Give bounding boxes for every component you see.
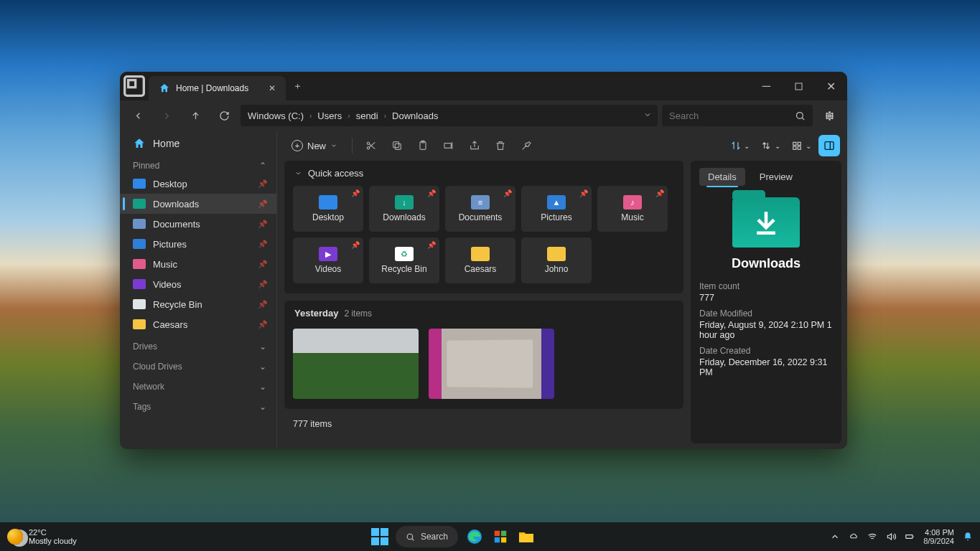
file-thumbnail[interactable]	[293, 329, 419, 399]
svg-rect-1	[129, 80, 136, 88]
battery-icon[interactable]	[905, 532, 915, 542]
share-button[interactable]	[463, 135, 486, 156]
layout-button[interactable]: ⌄	[788, 135, 816, 156]
delete-button[interactable]	[489, 135, 512, 156]
chevron-up-icon[interactable]	[830, 532, 840, 542]
rename-button[interactable]	[437, 135, 460, 156]
maximize-button[interactable]	[783, 72, 815, 100]
quick-access-recycle-bin[interactable]: 📌♻Recycle Bin	[369, 237, 439, 283]
toolbar: + New ⌄ ⌄ ⌄	[277, 131, 847, 161]
sidebar-home[interactable]: Home	[120, 133, 276, 154]
paste-button[interactable]	[411, 135, 434, 156]
new-tab-button[interactable]: ＋	[286, 80, 309, 93]
share-icon	[469, 140, 480, 151]
system-tray[interactable]: 4:08 PM8/9/2024	[823, 528, 980, 545]
start-button[interactable]	[371, 528, 388, 545]
nav-back-button[interactable]	[126, 105, 150, 126]
group-button[interactable]: ⌄	[757, 135, 785, 156]
notifications-icon[interactable]	[963, 532, 973, 542]
nav-up-button[interactable]	[183, 105, 207, 126]
edge-app-icon[interactable]	[465, 527, 484, 546]
copilot-app-icon[interactable]	[491, 527, 510, 546]
tab-active[interactable]: Home | Downloads ✕	[149, 76, 286, 100]
explorer-app-icon[interactable]	[517, 527, 536, 546]
wifi-icon[interactable]	[867, 532, 877, 542]
folder-icon	[133, 319, 146, 329]
quick-access-johno[interactable]: Johno	[521, 237, 592, 283]
volume-icon[interactable]	[886, 532, 896, 542]
sidebar-item-music[interactable]: Music📌	[120, 254, 276, 274]
minimize-button[interactable]: ─	[750, 72, 783, 100]
sidebar-section-tags[interactable]: Tags⌄	[120, 395, 276, 415]
weather-widget[interactable]: 22°CMostly cloudy	[0, 528, 84, 545]
address-dropdown-icon[interactable]	[643, 110, 652, 121]
cut-button[interactable]	[360, 135, 383, 156]
svg-rect-8	[393, 142, 399, 148]
quick-access-header[interactable]: Quick access	[294, 168, 675, 179]
crumb[interactable]: Users	[317, 110, 342, 121]
address-bar[interactable]: Windows (C:)› Users› sendi› Downloads	[241, 105, 658, 126]
quick-access-music[interactable]: 📌♪Music	[597, 186, 668, 232]
chevron-down-icon	[294, 169, 302, 177]
svg-point-5	[367, 142, 369, 144]
svg-point-6	[367, 147, 369, 149]
titlebar: Home | Downloads ✕ ＋ ─ ✕	[120, 72, 847, 100]
pin-icon: 📌	[427, 241, 436, 249]
sidebar-item-caesars[interactable]: Caesars📌	[120, 314, 276, 334]
svg-rect-7	[395, 143, 401, 149]
details-pane: Details Preview Downloads Item count777D…	[691, 161, 841, 443]
pin-icon: 📌	[258, 220, 268, 229]
search-box[interactable]	[662, 105, 813, 126]
group-header[interactable]: Yesterday 2 items	[294, 308, 675, 319]
tab-preview[interactable]: Preview	[751, 168, 801, 186]
close-tab-button[interactable]: ✕	[269, 83, 276, 93]
tabs-overview-button[interactable]	[120, 72, 149, 100]
nav-forward-button[interactable]	[154, 105, 179, 126]
search-input[interactable]	[669, 110, 795, 121]
tab-details[interactable]: Details	[699, 168, 745, 186]
details-pane-toggle[interactable]	[818, 135, 840, 156]
rename-icon	[443, 140, 454, 151]
file-thumbnail[interactable]	[429, 329, 554, 399]
crumb[interactable]: Downloads	[392, 110, 438, 121]
new-button[interactable]: + New	[284, 135, 345, 156]
clock[interactable]: 4:08 PM8/9/2024	[923, 528, 954, 545]
folder-icon	[133, 219, 146, 229]
sidebar-item-documents[interactable]: Documents📌	[120, 214, 276, 234]
file-list: Quick access 📌Desktop📌↓Downloads📌≡Docume…	[277, 161, 691, 449]
detail-label: Date Modified	[699, 309, 833, 319]
sort-button[interactable]: ⌄	[727, 135, 755, 156]
folder-icon	[319, 195, 337, 209]
properties-button[interactable]	[515, 135, 538, 156]
nav-refresh-button[interactable]	[212, 105, 236, 126]
quick-access-videos[interactable]: 📌▶Videos	[293, 237, 363, 283]
sidebar-item-downloads[interactable]: Downloads📌	[120, 194, 276, 214]
sidebar-item-pictures[interactable]: Pictures📌	[120, 234, 276, 254]
onedrive-icon[interactable]	[849, 532, 859, 542]
close-window-button[interactable]: ✕	[815, 72, 847, 100]
quick-access-desktop[interactable]: 📌Desktop	[293, 186, 363, 232]
pinned-header[interactable]: Pinned⌃	[120, 154, 276, 174]
sidebar-section-network[interactable]: Network⌄	[120, 375, 276, 395]
copy-button[interactable]	[386, 135, 409, 156]
sidebar: Home Pinned⌃ Desktop📌Downloads📌Documents…	[120, 131, 276, 449]
pin-icon: 📌	[258, 199, 268, 209]
sidebar-section-drives[interactable]: Drives⌄	[120, 334, 276, 354]
quick-access-downloads[interactable]: 📌↓Downloads	[369, 186, 439, 232]
taskbar-search[interactable]: Search	[396, 526, 458, 547]
sidebar-item-videos[interactable]: Videos📌	[120, 274, 276, 294]
date-group-card: Yesterday 2 items	[284, 301, 683, 409]
sidebar-item-desktop[interactable]: Desktop📌	[120, 174, 276, 194]
quick-access-pictures[interactable]: 📌▲Pictures	[521, 186, 592, 232]
crumb[interactable]: Windows (C:)	[248, 110, 304, 121]
detail-label: Date Created	[699, 346, 833, 356]
quick-access-caesars[interactable]: Caesars	[445, 237, 515, 283]
home-icon	[159, 83, 170, 94]
search-icon	[406, 532, 415, 542]
sidebar-section-cloud-drives[interactable]: Cloud Drives⌄	[120, 354, 276, 375]
sidebar-item-recycle-bin[interactable]: Recycle Bin📌	[120, 294, 276, 314]
settings-button[interactable]	[817, 105, 841, 126]
quick-access-documents[interactable]: 📌≡Documents	[445, 186, 515, 232]
crumb[interactable]: sendi	[356, 110, 378, 121]
navbar: Windows (C:)› Users› sendi› Downloads	[120, 100, 847, 131]
